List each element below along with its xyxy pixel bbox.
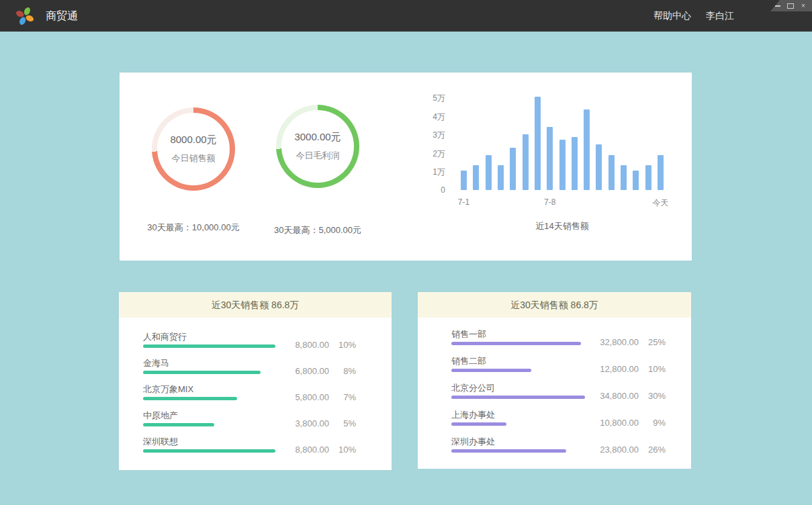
bar-chart-bar [559,140,566,190]
row-amount: 8,800.00 [278,445,329,455]
x-axis-tick-label: 今天 [652,197,668,209]
row-values: 6,800.008% [278,366,356,376]
bar-chart-bar [523,134,529,190]
row-percent: 5% [329,418,356,428]
today-sales-label: 今日销售额 [172,152,216,165]
row-percent: 30% [639,391,666,401]
departments-card-title: 近30天销售额 86.8万 [418,292,691,318]
y-axis-tick-label: 4万 [415,111,445,123]
row-amount: 6,800.00 [278,366,329,376]
row-values: 32,800.0025% [588,337,666,347]
bar-chart-bar [658,155,664,190]
row-amount: 34,800.00 [588,391,639,401]
y-axis-tick-label: 2万 [415,148,445,160]
sales-row: 深圳联想8,800.0010% [143,437,356,463]
minimize-button[interactable] [774,2,781,10]
row-values: 34,800.0030% [588,391,666,401]
title-bar: 商贸通 帮助中心 李白江 × [0,0,812,32]
row-progress-bar [143,345,275,348]
departments-row-list: 销售一部32,800.0025%销售二部12,800.0010%北京分公司34,… [418,318,691,463]
bar-chart-bar [498,165,504,190]
today-profit-donut-chart: 3000.00元 今日毛利润 [276,105,359,188]
bar-chart-bar [633,171,639,190]
bar-chart-bar [621,165,627,190]
row-progress-bar [451,422,506,426]
donut-center-text: 8000.00元 今日销售额 [152,107,235,191]
donut-center-text: 3000.00元 今日毛利润 [276,105,359,188]
close-button[interactable]: × [800,2,807,10]
row-values: 3,800.005% [278,418,356,428]
bar-chart-bar [572,137,578,190]
user-menu[interactable]: 李白江 [706,10,734,22]
row-progress-bar [143,423,214,426]
profit-30d-max-caption: 30天最高：5,000.00元 [244,224,392,236]
row-amount: 32,800.00 [588,337,639,347]
row-progress-bar [451,449,566,453]
y-axis-tick-label: 5万 [415,93,445,104]
row-values: 8,800.0010% [278,445,356,455]
row-percent: 26% [639,445,666,455]
sales-row: 销售一部32,800.0025% [451,329,666,356]
window-controls: × [770,0,812,11]
sales-row: 深圳办事处23,800.0026% [451,437,666,463]
today-profit-label: 今日毛利润 [296,150,340,162]
row-percent: 25% [639,337,666,347]
row-progress-bar [143,371,261,374]
today-profit-value: 3000.00元 [294,131,341,144]
row-progress-bar [451,369,531,372]
row-amount: 12,800.00 [588,364,639,374]
row-percent: 9% [639,418,666,428]
sales-row: 金海马6,800.008% [143,358,356,384]
row-values: 5,800.007% [278,392,356,402]
x-axis-tick-label: 7-8 [544,197,555,207]
bar-chart-bar [535,97,541,190]
summary-card: 8000.00元 今日销售额 30天最高：10,000.00元 3000.00元… [120,73,692,261]
today-sales-value: 8000.00元 [170,134,216,146]
row-percent: 7% [329,392,356,402]
bar-chart-caption: 近14天销售额 [461,220,664,232]
customers-sales-card: 近30天销售额 86.8万 人和商贸行8,800.0010%金海马6,800.0… [119,292,392,470]
app-title: 商贸通 [46,0,78,32]
bar-chart-bar [473,165,479,190]
bar-chart-bar [547,127,553,190]
app-window: 商贸通 帮助中心 李白江 × 8000.00元 今日销售额 30天最高：10,0… [0,0,812,505]
row-amount: 5,800.00 [278,392,329,402]
row-values: 8,800.0010% [278,340,356,350]
maximize-icon [787,3,794,9]
titlebar-nav: 帮助中心 李白江 [653,0,734,32]
sales-row: 上海办事处10,800.009% [451,410,666,437]
bar-chart-bar [608,155,615,190]
bar-chart-bar [645,165,651,190]
row-progress-bar [143,449,275,453]
row-percent: 10% [329,445,356,455]
y-axis-tick-label: 1万 [415,167,445,178]
sales-row: 销售二部12,800.0010% [451,356,666,383]
y-axis-tick-label: 3万 [415,130,445,141]
row-amount: 10,800.00 [588,418,639,428]
bar-chart-bar [486,155,492,190]
row-amount: 8,800.00 [278,340,329,350]
help-center-link[interactable]: 帮助中心 [653,10,691,22]
row-percent: 8% [329,366,356,376]
row-values: 12,800.0010% [588,364,666,374]
x-axis-tick-label: 7-1 [458,197,469,207]
customers-row-list: 人和商贸行8,800.0010%金海马6,800.008%北京万象MIX5,80… [119,318,392,463]
maximize-button[interactable] [787,2,794,10]
row-values: 23,800.0026% [588,445,666,455]
row-progress-bar [143,397,237,400]
departments-sales-card: 近30天销售额 86.8万 销售一部32,800.0025%销售二部12,800… [418,292,691,469]
row-amount: 3,800.00 [278,418,329,428]
app-logo-icon [15,6,35,26]
row-percent: 10% [329,340,356,350]
sales-row: 中原地产3,800.005% [143,410,356,437]
minimize-icon [775,5,780,7]
bar-chart-x-axis: 7-17-8今天 [461,197,664,208]
bar-chart-y-axis: 5万4万3万2万1万0 [415,73,445,207]
sales-row: 人和商贸行8,800.0010% [143,332,356,358]
row-percent: 10% [639,364,666,374]
sales-row: 北京分公司34,800.0030% [451,383,666,410]
customers-card-title: 近30天销售额 86.8万 [119,292,392,318]
y-axis-tick-label: 0 [415,185,445,195]
row-amount: 23,800.00 [588,445,639,455]
row-progress-bar [451,396,585,399]
